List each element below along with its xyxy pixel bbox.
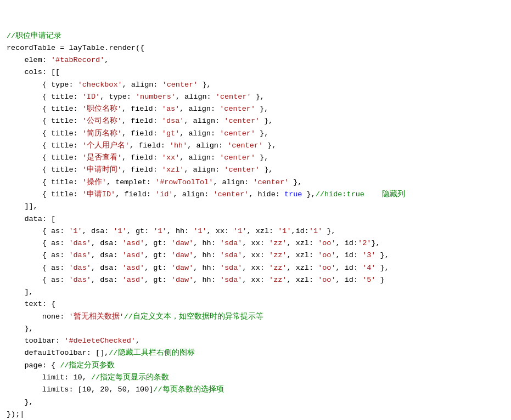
code-line: { title: 'ID', type: 'numbers', align: '… [7, 91, 504, 103]
code-line: toolbar: '#deleteChecked', [7, 335, 504, 347]
code-line: }, [7, 396, 504, 408]
code-line: page: { //指定分页参数 [7, 360, 504, 372]
code-line: { title: '个人用户名', field: 'hh', align: 'c… [7, 140, 504, 152]
code-line: defaultToolbar: [],//隐藏工具栏右侧的图标 [7, 347, 504, 359]
code-line: }, [7, 323, 504, 335]
code-line: recordTable = layTable.render({ [7, 42, 504, 54]
code-line: });| [7, 408, 504, 420]
code-line: { title: '职位名称', field: 'as', align: 'ce… [7, 103, 504, 115]
code-line: //职位申请记录 [7, 30, 504, 42]
code-line: data: [ [7, 213, 504, 225]
code-container: //职位申请记录recordTable = layTable.render({ … [0, 0, 511, 420]
code-line: limits: [10, 20, 50, 100]//每页条数的选择项 [7, 384, 504, 396]
code-line: { title: '操作', templet: '#rowToolTol', a… [7, 177, 504, 189]
code-line: { as: 'das', dsa: 'asd', gt: 'daw', hh: … [7, 237, 504, 249]
code-line: { title: '简历名称', field: 'gt', align: 'ce… [7, 128, 504, 140]
code-line: { title: '公司名称', field: 'dsa', align: 'c… [7, 115, 504, 127]
code-line: { as: '1', dsa: '1', gt: '1', hh: '1', x… [7, 225, 504, 237]
code-line: ], [7, 286, 504, 298]
code-line: { title: '申请时间', field: 'xzl', align: 'c… [7, 164, 504, 176]
code-line: text: { [7, 298, 504, 310]
code-line: limit: 10, //指定每页显示的条数 [7, 372, 504, 384]
code-line: { as: 'das', dsa: 'asd', gt: 'daw', hh: … [7, 249, 504, 262]
code-line: { as: 'das', dsa: 'asd', gt: 'daw', hh: … [7, 274, 504, 286]
code-line: { title: '是否查看', field: 'xx', align: 'ce… [7, 152, 504, 164]
code-line: cols: [[ [7, 66, 504, 78]
code-line: elem: '#tabRecord', [7, 54, 504, 66]
code-line: ]], [7, 201, 504, 213]
code-line: { as: 'das', dsa: 'asd', gt: 'daw', hh: … [7, 262, 504, 274]
code-line: { title: '申请ID', field: 'id', align: 'ce… [7, 189, 504, 201]
code-line: { type: 'checkbox', align: 'center' }, [7, 79, 504, 91]
code-line: none: '暂无相关数据'//自定义文本，如空数据时的异常提示等 [7, 311, 504, 323]
